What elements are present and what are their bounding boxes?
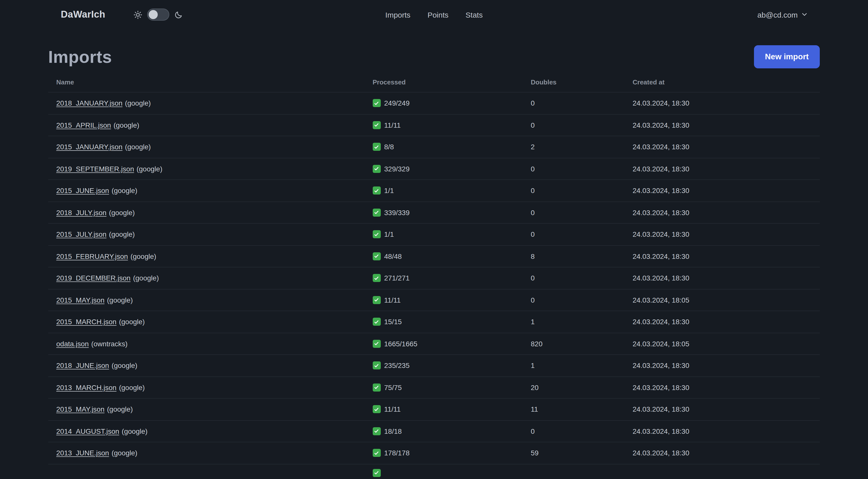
- success-check-icon: [373, 208, 381, 216]
- table-header-row: Name Processed Doubles Created at: [48, 72, 820, 92]
- import-source-label: (google): [133, 274, 159, 282]
- column-header-doubles: Doubles: [523, 72, 625, 92]
- processed-count: 11/11: [384, 296, 401, 304]
- table-row: 2015_JANUARY.json(google) 8/8 2 24.03.20…: [48, 136, 820, 158]
- import-file-link[interactable]: 2013_JUNE.json: [56, 449, 109, 457]
- import-source-label: (google): [109, 231, 135, 239]
- import-source-label: (google): [136, 165, 162, 173]
- import-file-link[interactable]: 2013_MARCH.json: [56, 384, 117, 392]
- doubles-count: 820: [523, 333, 625, 355]
- theme-toggle-knob: [149, 10, 157, 19]
- created-at: 24.03.2024, 18:30: [625, 223, 820, 245]
- success-check-icon: [373, 361, 381, 369]
- table-row: 2015_JULY.json(google) 1/1 0 24.03.2024,…: [48, 223, 820, 245]
- nav-link-stats[interactable]: Stats: [466, 10, 483, 19]
- processed-count: 1/1: [384, 186, 394, 194]
- success-check-icon: [373, 339, 381, 348]
- doubles-count: 0: [523, 289, 625, 311]
- success-check-icon: [373, 469, 381, 477]
- import-source-label: (google): [112, 187, 137, 195]
- user-menu[interactable]: ab@cd.com: [757, 10, 808, 19]
- doubles-count: 0: [523, 267, 625, 289]
- table-row: 2015_FEBRUARY.json(google) 48/48 8 24.03…: [48, 245, 820, 267]
- import-file-link[interactable]: odata.json: [56, 340, 89, 348]
- doubles-count: 11: [523, 398, 625, 420]
- doubles-count: 0: [523, 180, 625, 202]
- import-file-link[interactable]: 2019_SEPTEMBER.json: [56, 165, 134, 173]
- import-file-link[interactable]: 2015_MARCH.json: [56, 318, 117, 326]
- import-file-link[interactable]: 2015_FEBRUARY.json: [56, 252, 128, 260]
- created-at: 24.03.2024, 18:30: [625, 267, 820, 289]
- table-row: 2015_APRIL.json(google) 11/11 0 24.03.20…: [48, 114, 820, 136]
- import-file-link[interactable]: 2015_JUNE.json: [56, 187, 109, 195]
- import-source-label: (google): [109, 209, 135, 217]
- import-source-label: (google): [107, 406, 133, 413]
- import-file-link[interactable]: 2018_JULY.json: [56, 209, 106, 217]
- success-check-icon: [373, 252, 381, 260]
- main-nav: Imports Points Stats: [385, 10, 483, 19]
- theme-toggle[interactable]: [147, 8, 169, 21]
- new-import-button[interactable]: New import: [754, 45, 820, 68]
- created-at: 24.03.2024, 18:30: [625, 202, 820, 223]
- column-header-name: Name: [48, 72, 365, 92]
- import-file-link[interactable]: 2014_AUGUST.json: [56, 427, 119, 435]
- import-file-link[interactable]: 2015_JULY.json: [56, 231, 106, 239]
- import-file-link[interactable]: 2018_JANUARY.json: [56, 99, 123, 107]
- table-row: 2018_JUNE.json(google) 235/235 1 24.03.2…: [48, 355, 820, 377]
- created-at: 24.03.2024, 18:30: [625, 180, 820, 202]
- created-at: 24.03.2024, 18:30: [625, 114, 820, 136]
- nav-link-points[interactable]: Points: [428, 10, 448, 19]
- created-at: 24.03.2024, 18:30: [625, 377, 820, 398]
- created-at: 24.03.2024, 18:30: [625, 398, 820, 420]
- table-row: 2013_JUNE.json(google) 178/178 59 24.03.…: [48, 442, 820, 464]
- doubles-count: 0: [523, 223, 625, 245]
- doubles-count: 8: [523, 245, 625, 267]
- success-check-icon: [373, 121, 381, 129]
- moon-icon: [174, 10, 183, 19]
- theme-switcher: [133, 8, 183, 21]
- created-at: 24.03.2024, 18:30: [625, 420, 820, 442]
- user-email: ab@cd.com: [757, 10, 798, 19]
- processed-count: 235/235: [384, 361, 410, 369]
- import-file-link[interactable]: 2019_DECEMBER.json: [56, 274, 131, 282]
- import-source-label: (google): [107, 296, 133, 304]
- nav-link-imports[interactable]: Imports: [385, 10, 410, 19]
- import-file-link[interactable]: 2015_MAY.json: [56, 406, 104, 413]
- import-file-link[interactable]: 2018_JUNE.json: [56, 362, 109, 370]
- table-row-partial: [48, 464, 820, 479]
- brand-logo[interactable]: DaWarIch: [61, 9, 105, 20]
- import-source-label: (google): [125, 99, 151, 107]
- processed-count: 339/339: [384, 208, 410, 216]
- table-row: 2015_MAY.json(google) 11/11 11 24.03.202…: [48, 398, 820, 420]
- doubles-count: 0: [523, 114, 625, 136]
- success-check-icon: [373, 405, 381, 413]
- doubles-count: 0: [523, 158, 625, 180]
- doubles-count: 2: [523, 136, 625, 158]
- import-file-link[interactable]: 2015_APRIL.json: [56, 121, 111, 129]
- success-check-icon: [373, 99, 381, 107]
- processed-count: 1/1: [384, 230, 394, 238]
- doubles-count: 1: [523, 311, 625, 333]
- table-row: 2015_MAY.json(google) 11/11 0 24.03.2024…: [48, 289, 820, 311]
- table-row: 2013_MARCH.json(google) 75/75 20 24.03.2…: [48, 377, 820, 398]
- import-source-label: (google): [119, 384, 145, 392]
- processed-count: 271/271: [384, 274, 410, 282]
- imports-table-body: 2018_JANUARY.json(google) 249/249 0 24.0…: [48, 92, 820, 479]
- import-source-label: (google): [112, 362, 137, 370]
- doubles-count: 59: [523, 442, 625, 464]
- import-file-link[interactable]: 2015_MAY.json: [56, 296, 104, 304]
- column-header-created-at: Created at: [625, 72, 820, 92]
- processed-count: 178/178: [384, 449, 410, 457]
- import-source-label: (google): [119, 318, 145, 326]
- column-header-processed: Processed: [365, 72, 523, 92]
- success-check-icon: [373, 427, 381, 435]
- processed-count: 18/18: [384, 427, 402, 435]
- import-source-label: (google): [125, 143, 151, 151]
- import-file-link[interactable]: 2015_JANUARY.json: [56, 143, 123, 151]
- success-check-icon: [373, 318, 381, 326]
- table-row: 2014_AUGUST.json(google) 18/18 0 24.03.2…: [48, 420, 820, 442]
- success-check-icon: [373, 274, 381, 282]
- table-row: 2015_MARCH.json(google) 15/15 1 24.03.20…: [48, 311, 820, 333]
- import-source-label: (google): [112, 449, 137, 457]
- created-at: 24.03.2024, 18:05: [625, 333, 820, 355]
